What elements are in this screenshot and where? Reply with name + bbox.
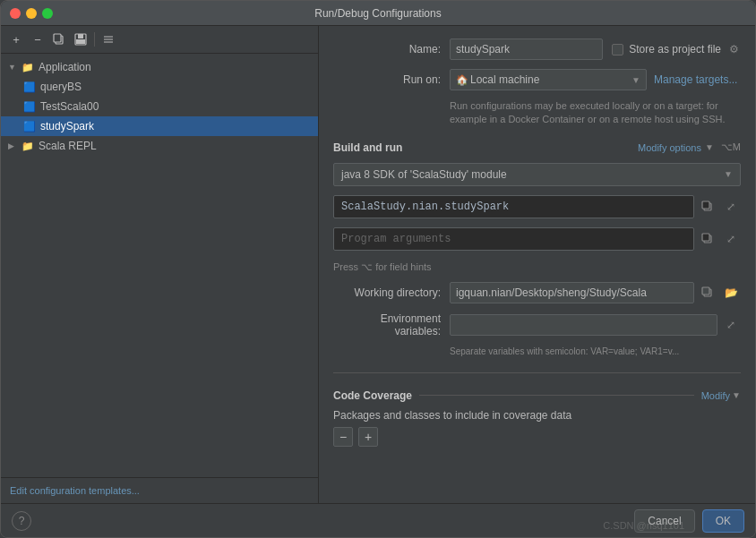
scala-repl-icon: 📁 bbox=[21, 141, 35, 152]
working-dir-input[interactable] bbox=[450, 282, 694, 303]
traffic-lights bbox=[10, 8, 53, 19]
working-dir-label: Working directory: bbox=[333, 286, 441, 299]
wdir-copy-icon bbox=[701, 286, 714, 299]
code-coverage-title: Code Coverage bbox=[333, 389, 412, 402]
save-config-button[interactable] bbox=[71, 30, 90, 49]
run-on-select[interactable]: 🏠 Local machine ▼ bbox=[450, 69, 647, 90]
packages-text: Packages and classes to include in cover… bbox=[333, 409, 741, 422]
tree-group-application[interactable]: ▼ 📁 Application bbox=[1, 57, 318, 77]
main-class-copy-button[interactable] bbox=[698, 197, 717, 217]
modify-chevron-icon: ▼ bbox=[705, 142, 714, 152]
coverage-add-button[interactable]: + bbox=[358, 427, 378, 447]
machine-icon: 🏠 bbox=[456, 74, 468, 86]
close-button[interactable] bbox=[10, 8, 21, 19]
config-tree: ▼ 📁 Application 🟦 queryBS 🟦 TestScala00 … bbox=[1, 54, 318, 477]
env-row: Environment variables: ⤢ bbox=[333, 312, 741, 337]
svg-rect-4 bbox=[76, 39, 85, 44]
svg-rect-1 bbox=[54, 34, 61, 42]
copy-config-button[interactable] bbox=[49, 30, 69, 49]
sdk-select[interactable]: java 8 SDK of 'ScalaStudy' module ▼ bbox=[333, 163, 741, 186]
coverage-chevron-icon: ▼ bbox=[732, 390, 741, 400]
run-on-wrapper: 🏠 Local machine ▼ Manage targets... bbox=[450, 69, 741, 90]
expand-arrow-icon: ▼ bbox=[8, 63, 17, 72]
modify-options-link[interactable]: Modify options bbox=[638, 142, 701, 153]
copy-icon bbox=[53, 33, 65, 46]
sort-config-button[interactable] bbox=[99, 30, 118, 49]
add-config-button[interactable]: + bbox=[6, 30, 26, 49]
application-folder-icon: 📁 bbox=[21, 62, 35, 73]
svg-rect-11 bbox=[702, 234, 709, 241]
manage-targets-link[interactable]: Manage targets... bbox=[654, 73, 737, 86]
edit-templates-link[interactable]: Edit configuration templates... bbox=[1, 477, 318, 503]
tree-group-scala-repl[interactable]: ▶ 📁 Scala REPL bbox=[1, 136, 318, 156]
tree-item-label: queryBS bbox=[40, 81, 82, 93]
modify-options-group: Modify options ▼ ⌥M bbox=[638, 141, 741, 153]
env-label: Environment variables: bbox=[333, 312, 441, 337]
main-class-expand-button[interactable]: ⤢ bbox=[721, 197, 741, 217]
bottom-bar: ? Cancel OK bbox=[1, 503, 755, 537]
run-debug-config-window: Run/Debug Configurations + − bbox=[0, 0, 756, 538]
expand-arrow-repl-icon: ▶ bbox=[8, 141, 17, 150]
working-dir-field-row: 📂 bbox=[450, 282, 741, 303]
bottom-right-buttons: Cancel OK bbox=[634, 509, 744, 533]
code-coverage-section: Code Coverage Modify ▼ Packages and clas… bbox=[333, 389, 741, 447]
main-class-input[interactable] bbox=[333, 195, 694, 218]
store-label: Store as project file bbox=[629, 43, 721, 56]
sdk-chevron-icon: ▼ bbox=[724, 169, 733, 179]
tree-item-querybs[interactable]: 🟦 queryBS bbox=[1, 77, 318, 97]
tree-group-repl-label: Scala REPL bbox=[39, 140, 97, 152]
shortcut-badge: ⌥M bbox=[721, 141, 741, 153]
help-button[interactable]: ? bbox=[12, 511, 31, 531]
coverage-buttons: − + bbox=[333, 427, 741, 447]
env-hint: Separate variables with semicolon: VAR=v… bbox=[450, 346, 741, 356]
run-on-hint: Run configurations may be executed local… bbox=[450, 99, 741, 127]
window-title: Run/Debug Configurations bbox=[314, 7, 441, 20]
name-label: Name: bbox=[333, 43, 441, 56]
working-dir-browse-button[interactable]: 📂 bbox=[721, 283, 741, 303]
tree-group-label: Application bbox=[39, 61, 91, 73]
run-config-icon: 🟦 bbox=[22, 81, 37, 93]
cancel-button[interactable]: Cancel bbox=[634, 509, 694, 533]
ok-button[interactable]: OK bbox=[702, 509, 744, 533]
tree-item-testscala00[interactable]: 🟦 TestScala00 bbox=[1, 97, 318, 116]
minimize-button[interactable] bbox=[26, 8, 37, 19]
env-expand-button[interactable]: ⤢ bbox=[721, 315, 741, 335]
code-coverage-header-row: Code Coverage Modify ▼ bbox=[333, 389, 741, 402]
tree-item-label-3: studySpark bbox=[40, 120, 94, 132]
name-row: Name: bbox=[333, 38, 603, 60]
svg-rect-13 bbox=[702, 287, 709, 295]
working-dir-copy-button[interactable] bbox=[698, 283, 717, 303]
coverage-remove-button[interactable]: − bbox=[333, 427, 353, 447]
coverage-modify-link[interactable]: Modify bbox=[701, 390, 730, 401]
env-input[interactable] bbox=[450, 314, 717, 336]
tree-toolbar: + − bbox=[1, 26, 318, 54]
run-on-row: Run on: 🏠 Local machine ▼ Manage targets… bbox=[333, 69, 741, 90]
sort-icon bbox=[102, 33, 115, 46]
copy-small-icon bbox=[701, 201, 714, 213]
main-content: + − bbox=[1, 26, 755, 503]
left-panel: + − bbox=[1, 26, 319, 503]
maximize-button[interactable] bbox=[42, 8, 53, 19]
store-gear-button[interactable]: ⚙ bbox=[726, 42, 741, 56]
right-inner: Name: Store as project file ⚙ Run on: bbox=[319, 26, 755, 459]
build-run-title: Build and run bbox=[333, 141, 402, 154]
remove-config-button[interactable]: − bbox=[28, 30, 47, 49]
run-on-label: Run on: bbox=[333, 73, 441, 86]
local-machine-label: Local machine bbox=[470, 73, 539, 86]
working-dir-row: Working directory: 📂 bbox=[333, 282, 741, 303]
title-bar: Run/Debug Configurations bbox=[1, 1, 755, 26]
program-args-placeholder: Program arguments bbox=[333, 227, 694, 251]
run-config-icon-2: 🟦 bbox=[22, 101, 37, 113]
svg-rect-9 bbox=[702, 201, 709, 209]
run-config-icon-3: 🟦 bbox=[22, 121, 37, 132]
tree-item-studyspark[interactable]: 🟦 studySpark bbox=[1, 116, 318, 136]
store-checkbox[interactable] bbox=[612, 44, 623, 56]
name-input[interactable] bbox=[450, 38, 603, 60]
args-expand-button[interactable]: ⤢ bbox=[721, 229, 741, 249]
store-row: Store as project file ⚙ bbox=[612, 42, 741, 56]
coverage-modify-group: Modify ▼ bbox=[701, 390, 741, 401]
tree-item-label-2: TestScala00 bbox=[40, 100, 99, 113]
save-icon bbox=[74, 33, 87, 46]
program-args-row: Program arguments ⤢ bbox=[333, 227, 741, 251]
args-copy-button[interactable] bbox=[698, 229, 717, 249]
